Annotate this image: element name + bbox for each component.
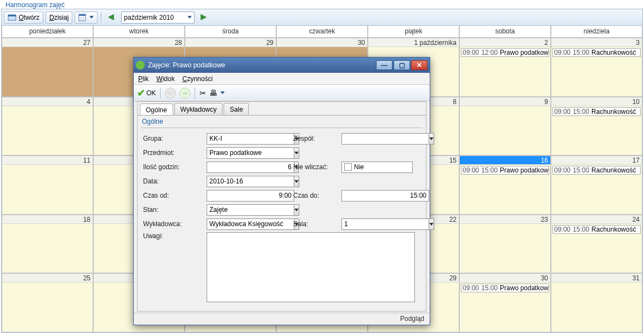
label-uwagi: Uwagi: [143,232,202,240]
day-header: piątek [368,26,459,38]
open-label-u: O [19,14,24,21]
data-field[interactable] [207,176,278,187]
print-icon[interactable]: 🖶 [209,89,217,97]
open-button[interactable]: Otwórz [4,11,43,24]
today-button[interactable]: Dzisiaj [45,11,72,24]
label-nie-wliczac: Nie wliczać: [293,163,337,171]
calendar-cell[interactable]: 4 [2,97,93,156]
tab-rooms[interactable]: Sale [224,103,249,115]
ok-button[interactable]: ✔ OK [137,87,156,99]
calendar-event[interactable]: 09:0015:00Prawo podatkowe [461,166,549,175]
dialog-body: Ogólne Wykładowcy Sale Ogólne Grupa: Zes… [137,101,426,312]
statusbar: Podgląd [134,313,430,325]
label-sala: Sala: [293,220,337,228]
wykladowca-field[interactable] [207,218,278,230]
calendar-cell[interactable]: 1709:0015:00Rachunkowość [551,156,642,215]
calendar-cell[interactable]: 1009:0015:00Rachunkowość [551,97,642,156]
forward-button[interactable]: → [179,88,190,99]
zespol-field[interactable] [341,133,413,145]
calendar-event[interactable]: 09:0015:00Rachunkowość [552,48,641,57]
close-button[interactable]: ✕ [411,60,428,70]
tab-general[interactable]: Ogólne [140,103,173,116]
label-zespol: Zespół: [293,135,337,142]
tabs: Ogólne Wykładowcy Sale [138,102,426,115]
label-data: Data: [143,177,202,185]
czas-od-field[interactable] [207,190,278,201]
calendar-event[interactable]: 09:0015:00Prawo podatkowe [461,284,549,292]
schedule-panel: Harmonogram zajęć Otwórz Dzisiaj ⯇ paźd [0,0,644,334]
month-value: październik 2010 [124,14,174,21]
czas-do-field[interactable] [341,190,413,201]
calendar-cell[interactable]: 23 [459,215,551,274]
date-bar: 31 [551,274,642,283]
chevron-down-icon [89,16,94,19]
window-icon [8,13,16,22]
back-button: ← [165,88,176,99]
maximize-button[interactable]: ▢ [394,60,410,70]
label-czas-od: Czas od: [143,192,202,199]
calendar-cell[interactable]: 11 [2,156,93,215]
calendar-cell[interactable]: 27 [2,38,93,97]
date-bar: 30 [277,38,367,47]
day-header: środa [185,26,276,38]
main-toolbar: Otwórz Dzisiaj ⯇ październik 2010 ⯈ [2,9,642,26]
nie-text: Nie [354,163,364,171]
calendar-cell[interactable]: 209:0012:00Prawo podatkowe [459,38,551,97]
menu-file[interactable]: Plik [138,75,149,83]
chevron-down-icon[interactable] [429,133,434,145]
grupa-field[interactable] [207,133,278,145]
uwagi-textarea[interactable] [207,232,415,302]
date-bar: 2 [460,38,550,47]
calendar-event[interactable]: 09:0015:00Rachunkowość [552,107,641,116]
przedmiot-field[interactable] [207,147,278,159]
calendar-event[interactable]: 09:0015:00Rachunkowość [552,225,641,234]
app-icon [136,61,145,70]
section-title: Ogólne [138,116,426,128]
day-header: niedziela [551,26,642,38]
today-label-rest: zisiaj [54,14,69,21]
calendar-cell[interactable]: 31 [551,273,642,332]
chevron-down-icon[interactable] [294,176,299,187]
date-bar: 4 [2,97,93,106]
stan-field[interactable] [207,204,278,216]
calendar-event[interactable]: 09:0015:00Rachunkowość [552,166,641,175]
open-label-rest: twórz [24,14,39,21]
tools-icon[interactable]: ✂ [200,89,206,97]
menu-view[interactable]: Widok [156,75,174,83]
chevron-down-icon[interactable] [220,91,225,94]
calendar-cell[interactable]: 2409:0015:00Rachunkowość [551,215,642,274]
sala-field[interactable] [341,218,413,230]
date-bar: 10 [551,97,642,106]
titlebar[interactable]: Zajęcie: Prawo podatkowe — ▢ ✕ [134,57,430,73]
chevron-down-icon[interactable] [429,218,434,230]
menu-actions[interactable]: Czynności [183,75,213,83]
calendar-cell[interactable]: 309:0015:00Rachunkowość [551,38,642,97]
ilosc-field[interactable]: + [207,162,278,173]
date-bar: 27 [2,38,93,47]
calendar-cell[interactable]: 25 [2,273,93,332]
section-line [141,128,423,128]
calendar-cell[interactable]: 1609:0015:00Prawo podatkowe [459,156,551,215]
label-przedmiot: Przedmiot: [143,149,202,157]
zajecie-dialog: Zajęcie: Prawo podatkowe — ▢ ✕ Plik Wido… [133,57,430,325]
chevron-down-icon[interactable] [294,204,299,216]
next-month-button[interactable]: ⯈ [197,13,211,22]
calendar-event[interactable]: 09:0012:00Prawo podatkowe [461,48,549,57]
date-bar: 3 [551,38,642,47]
calendar-cell[interactable]: 9 [459,97,551,156]
view-mode-button[interactable] [75,11,98,24]
prev-month-button[interactable]: ⯇ [105,13,119,22]
nie-wliczac-field[interactable]: Nie [341,162,413,173]
month-select[interactable]: październik 2010 [121,11,195,24]
day-header: poniedziałek [2,26,93,38]
checkbox[interactable] [344,163,352,171]
date-bar: 24 [551,215,642,224]
calendar-cell[interactable]: 18 [2,215,93,274]
panel-title: Harmonogram zajęć [5,1,65,9]
date-bar: 16 [460,156,550,165]
calendar-cell[interactable]: 3009:0015:00Prawo podatkowe [459,273,551,332]
tab-lecturers[interactable]: Wykładowcy [174,103,223,115]
chevron-down-icon[interactable] [294,147,299,159]
minimize-button[interactable]: — [376,60,392,70]
calendar-header: poniedziałekwtorekśrodaczwartekpiąteksob… [2,26,642,38]
